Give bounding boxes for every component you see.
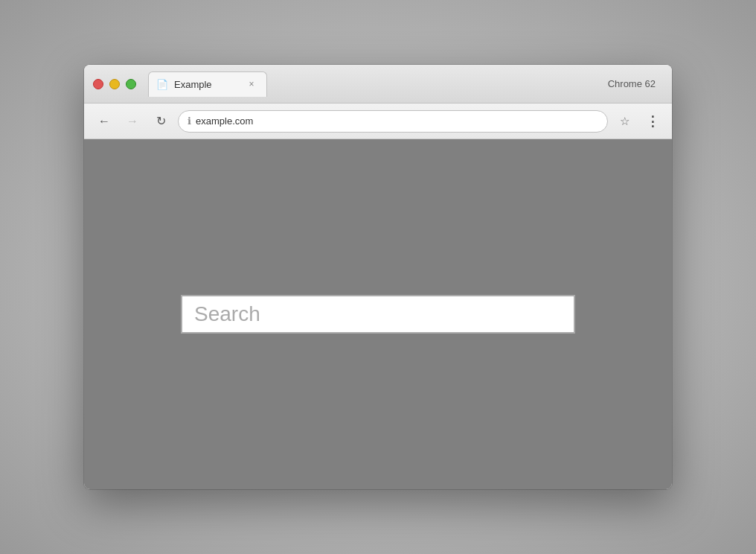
url-text: example.com [196,115,598,127]
tab-close-button[interactable]: × [246,78,257,90]
bookmark-button[interactable]: ☆ [614,111,635,132]
back-button[interactable]: ← [93,110,115,133]
page-content [84,139,672,489]
browser-tab[interactable]: 📄 Example × [148,71,267,97]
window-controls [93,79,136,89]
maximize-button[interactable] [126,79,136,89]
address-bar[interactable]: ℹ example.com [178,110,608,133]
title-bar: 📄 Example × Chrome 62 [84,65,672,104]
reload-button[interactable]: ↻ [150,110,172,133]
forward-button[interactable]: → [121,110,144,133]
minimize-button[interactable] [109,79,120,89]
toolbar: ← → ↻ ℹ example.com ☆ ⋮ [84,104,672,139]
tab-area: 📄 Example × [136,71,608,97]
chrome-version-label: Chrome 62 [608,78,663,89]
info-icon: ℹ [188,115,191,127]
tab-title: Example [174,79,240,90]
search-input[interactable] [181,295,575,334]
browser-window: 📄 Example × Chrome 62 ← → ↻ ℹ example.co… [84,65,672,489]
tab-page-icon: 📄 [156,79,168,90]
close-button[interactable] [93,79,103,89]
menu-button[interactable]: ⋮ [641,110,663,133]
